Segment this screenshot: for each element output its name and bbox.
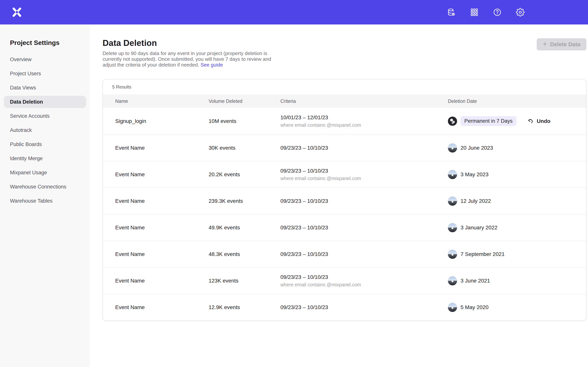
row-name: Event Name: [115, 198, 209, 204]
sidebar-item-label: Warehouse Tables: [10, 198, 52, 204]
page-description-text: Delete up to 90 days data for any event …: [103, 50, 271, 68]
main-content: Data Deletion Delete up to 90 days data …: [90, 25, 588, 367]
delete-data-button[interactable]: +Delete Data: [537, 38, 587, 50]
undo-arrow-icon: [527, 118, 534, 125]
row-criteria: 10/01/23 – 12/01/23: [280, 115, 448, 121]
row-criteria: 09/23/23 – 10/10/23: [280, 168, 448, 174]
sidebar-item-label: Autotrack: [10, 127, 32, 133]
user-avatar: [448, 143, 457, 152]
table-row: Event Name 12.9K events 09/23/23 – 10/10…: [103, 294, 586, 320]
deletion-requests-card: 5 Results Name Volume Deleted Criteria D…: [103, 79, 587, 321]
sidebar-item-project-users[interactable]: Project Users: [4, 67, 86, 80]
status-badge: Permanent in 7 Days: [460, 116, 516, 126]
sidebar-item-warehouse-connections[interactable]: Warehouse Connections: [4, 181, 86, 193]
column-header-name: Name: [115, 99, 209, 104]
delete-data-button-label: Delete Data: [550, 41, 580, 48]
row-name: Signup_login: [115, 118, 209, 124]
row-deletion-date: 12 July 2022: [460, 198, 491, 204]
sidebar-item-label: Warehouse Connections: [10, 184, 66, 190]
mixpanel-logo: [12, 7, 22, 17]
sidebar-item-label: Identity Merge: [10, 156, 43, 161]
sidebar-nav: Overview Project Users Data Views Data D…: [4, 53, 86, 207]
page-description: Delete up to 90 days data for any event …: [103, 50, 271, 68]
table-body: Signup_login 10M events 10/01/23 – 12/01…: [103, 108, 586, 320]
row-volume: 20.2K events: [209, 171, 280, 178]
data-management-icon[interactable]: [447, 8, 456, 17]
row-criteria: 09/23/23 – 10/10/23: [280, 198, 448, 204]
table-row: Signup_login 10M events 10/01/23 – 12/01…: [103, 108, 586, 134]
row-volume: 10M events: [209, 118, 280, 124]
sidebar-item-label: Public Boards: [10, 142, 42, 147]
undo-button[interactable]: Undo: [527, 118, 551, 125]
sidebar-item-mixpanel-usage[interactable]: Mixpanel Usage: [4, 167, 86, 179]
row-volume: 48.3K events: [209, 251, 280, 257]
row-name: Event Name: [115, 145, 209, 151]
results-count: 5 Results: [103, 80, 586, 94]
column-header-volume-deleted: Volume Deleted: [209, 99, 280, 104]
row-deletion-date: 3 June 2021: [460, 278, 490, 284]
sidebar-item-data-deletion[interactable]: Data Deletion: [4, 96, 86, 108]
row-name: Event Name: [115, 278, 209, 284]
undo-label: Undo: [537, 118, 551, 124]
row-name: Event Name: [115, 251, 209, 257]
table-row: Event Name 123K events 09/23/23 – 10/10/…: [103, 267, 586, 294]
table-row: Event Name 48.3K events 09/23/23 – 10/10…: [103, 241, 586, 267]
plus-icon: +: [543, 40, 547, 48]
sidebar-item-label: Mixpanel Usage: [10, 170, 47, 176]
row-deletion-date: 20 June 2023: [460, 145, 493, 151]
table-row: Event Name 30K events 09/23/23 – 10/10/2…: [103, 134, 586, 161]
sidebar-item-service-accounts[interactable]: Service Accounts: [4, 110, 86, 122]
sidebar-item-label: Data Views: [10, 85, 36, 91]
sidebar-item-label: Data Deletion: [10, 99, 43, 105]
row-criteria: 09/23/23 – 10/10/23: [280, 145, 448, 151]
row-deletion-date: 7 September 2021: [460, 251, 505, 257]
user-avatar: [448, 276, 457, 285]
help-icon[interactable]: [493, 8, 502, 17]
settings-gear-icon[interactable]: [516, 8, 525, 17]
project-settings-sidebar: Project Settings Overview Project Users …: [0, 25, 90, 367]
user-avatar: [448, 223, 457, 232]
apps-grid-icon[interactable]: [470, 8, 479, 17]
row-criteria-filter: where email contains @mixpanel.com: [280, 176, 448, 181]
sidebar-item-warehouse-tables[interactable]: Warehouse Tables: [4, 195, 86, 207]
row-deletion-date: 5 May 2020: [460, 304, 488, 310]
row-name: Event Name: [115, 171, 209, 178]
row-deletion-date: 3 May 2023: [460, 171, 488, 178]
row-name: Event Name: [115, 304, 209, 310]
top-navigation-bar: [0, 0, 588, 25]
row-name: Event Name: [115, 225, 209, 231]
sidebar-title: Project Settings: [4, 39, 86, 46]
sidebar-item-identity-merge[interactable]: Identity Merge: [4, 152, 86, 165]
sidebar-item-label: Service Accounts: [10, 113, 50, 119]
sidebar-item-public-boards[interactable]: Public Boards: [4, 138, 86, 150]
row-criteria: 09/23/23 – 10/10/23: [280, 225, 448, 231]
sidebar-item-data-views[interactable]: Data Views: [4, 82, 86, 94]
row-volume: 12.9K events: [209, 304, 280, 310]
row-criteria-filter: where email contains @mixpanel.com: [280, 122, 448, 128]
sidebar-item-label: Project Users: [10, 71, 41, 77]
row-volume: 30K events: [209, 145, 280, 151]
table-row: Event Name 239.3K events 09/23/23 – 10/1…: [103, 188, 586, 214]
row-deletion-date: 3 January 2022: [460, 225, 497, 231]
table-row: Event Name 49.9K events 09/23/23 – 10/10…: [103, 214, 586, 241]
row-criteria-filter: where email contains @mixpanel.com: [280, 282, 448, 287]
table-header-row: Name Volume Deleted Criteria Deletion Da…: [103, 94, 586, 108]
topbar-icon-group: [447, 8, 525, 17]
row-criteria: 09/23/23 – 10/10/23: [280, 274, 448, 280]
column-header-criteria: Criteria: [280, 99, 448, 104]
user-avatar: [448, 303, 457, 312]
row-criteria: 09/23/23 – 10/10/23: [280, 304, 448, 310]
user-avatar: [448, 250, 457, 259]
sidebar-item-overview[interactable]: Overview: [4, 53, 86, 66]
user-avatar: [448, 197, 457, 206]
see-guide-link[interactable]: See guide: [201, 62, 223, 68]
user-avatar: [448, 170, 457, 179]
deletion-status: Permanent in 7 Days Undo: [460, 116, 551, 126]
row-volume: 123K events: [209, 278, 280, 284]
page-title: Data Deletion: [103, 38, 271, 48]
row-volume: 239.3K events: [209, 198, 280, 204]
user-avatar: [448, 117, 457, 126]
sidebar-item-autotrack[interactable]: Autotrack: [4, 124, 86, 136]
row-volume: 49.9K events: [209, 225, 280, 231]
sidebar-item-label: Overview: [10, 57, 32, 63]
